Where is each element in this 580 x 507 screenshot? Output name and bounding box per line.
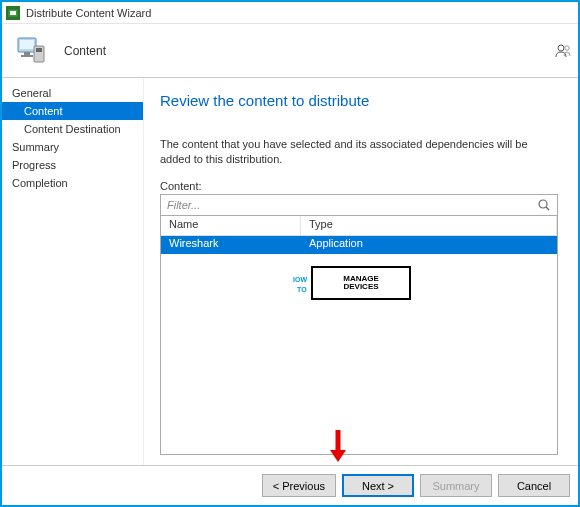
titlebar: Distribute Content Wizard (2, 2, 578, 24)
filter-box (160, 194, 558, 216)
column-type[interactable]: Type (301, 216, 557, 235)
sidebar-item-content-destination[interactable]: Content Destination (2, 120, 143, 138)
next-button[interactable]: Next > (342, 474, 414, 497)
header-title: Content (64, 44, 106, 58)
user-icon (554, 42, 572, 60)
sidebar-item-summary[interactable]: Summary (2, 138, 143, 156)
search-icon[interactable] (537, 198, 551, 212)
sidebar-item-progress[interactable]: Progress (2, 156, 143, 174)
svg-point-10 (539, 200, 547, 208)
window-title: Distribute Content Wizard (26, 7, 151, 19)
page-heading: Review the content to distribute (160, 92, 558, 109)
page-description: The content that you have selected and i… (160, 137, 558, 168)
sidebar: General Content Content Destination Summ… (2, 78, 144, 465)
svg-rect-1 (10, 11, 16, 15)
cancel-button[interactable]: Cancel (498, 474, 570, 497)
previous-button[interactable]: < Previous (262, 474, 336, 497)
sidebar-item-completion[interactable]: Completion (2, 174, 143, 192)
svg-rect-3 (20, 40, 34, 49)
main-panel: Review the content to distribute The con… (144, 78, 578, 465)
filter-input[interactable] (167, 199, 537, 211)
wizard-header: Content (2, 24, 578, 78)
content-table: Name Type Wireshark Application IOW TO M… (160, 216, 558, 455)
wizard-body: General Content Content Destination Summ… (2, 78, 578, 465)
sidebar-item-content[interactable]: Content (2, 102, 143, 120)
svg-point-9 (565, 45, 569, 49)
svg-rect-7 (36, 48, 42, 52)
cell-name: Wireshark (161, 236, 301, 254)
table-row[interactable]: Wireshark Application (161, 236, 557, 254)
table-header: Name Type (161, 216, 557, 236)
summary-button: Summary (420, 474, 492, 497)
column-name[interactable]: Name (161, 216, 301, 235)
svg-line-11 (546, 207, 549, 210)
svg-point-8 (558, 45, 564, 51)
wizard-footer: < Previous Next > Summary Cancel (2, 465, 578, 505)
svg-rect-4 (24, 52, 30, 55)
content-icon (14, 32, 52, 70)
watermark-logo: IOW TO MANAGEDEVICES (311, 266, 411, 300)
sidebar-item-general[interactable]: General (2, 84, 143, 102)
wizard-icon (6, 6, 20, 20)
svg-rect-5 (21, 55, 33, 57)
content-label: Content: (160, 180, 558, 192)
cell-type: Application (301, 236, 557, 254)
